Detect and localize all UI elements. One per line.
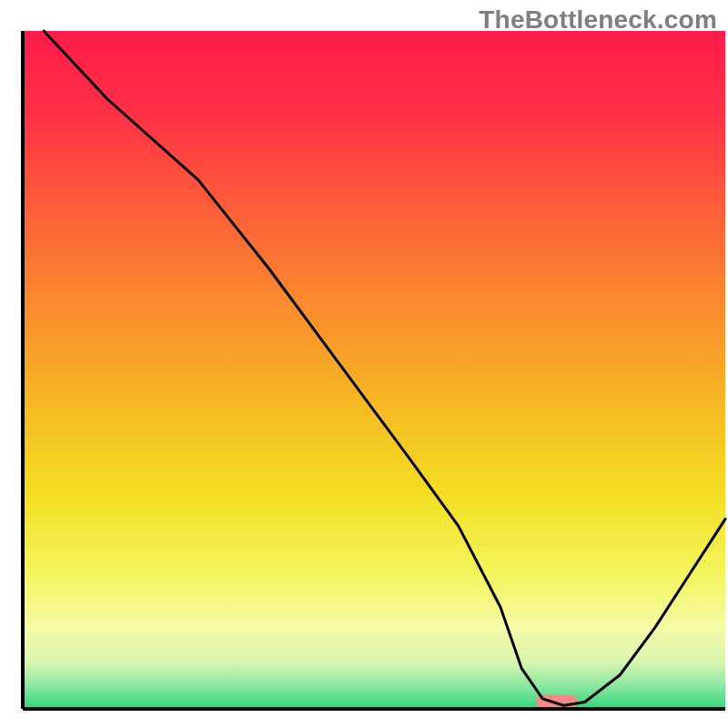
chart-svg — [0, 0, 728, 728]
watermark-text: TheBottleneck.com — [479, 5, 717, 35]
bottleneck-chart: TheBottleneck.com — [0, 0, 728, 728]
plot-background — [23, 31, 725, 709]
